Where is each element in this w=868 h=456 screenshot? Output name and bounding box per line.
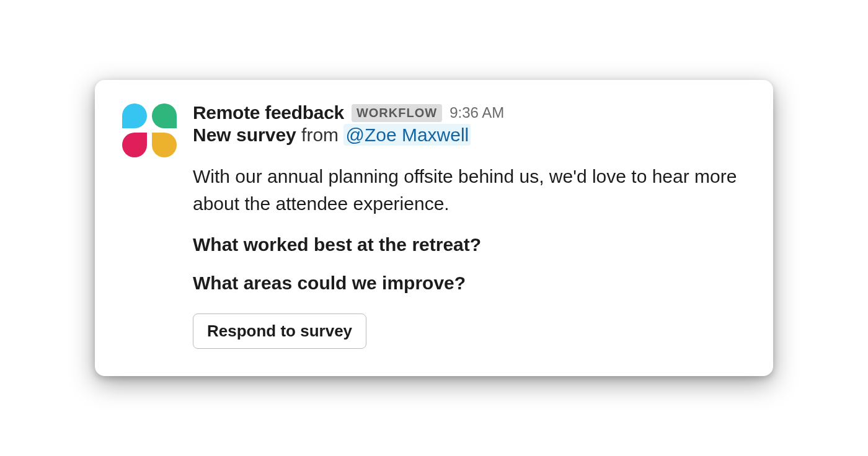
petal-icon <box>122 133 147 157</box>
timestamp[interactable]: 9:36 AM <box>450 104 504 121</box>
petal-icon <box>122 103 147 128</box>
sender-name[interactable]: Remote feedback <box>193 102 344 123</box>
subject-title: New survey <box>193 125 296 145</box>
message-header: Remote feedback WORKFLOW 9:36 AM <box>193 102 746 123</box>
petal-icon <box>152 133 177 157</box>
message-card: Remote feedback WORKFLOW 9:36 AM New sur… <box>95 80 773 376</box>
survey-question: What areas could we improve? <box>193 273 746 294</box>
petal-icon <box>152 103 177 128</box>
user-mention[interactable]: @Zoe Maxwell <box>343 124 471 146</box>
workflow-badge: WORKFLOW <box>352 104 442 122</box>
subject-from-text: from <box>296 125 344 145</box>
message-body: With our annual planning offsite behind … <box>193 163 746 217</box>
survey-question: What worked best at the retreat? <box>193 234 746 255</box>
app-icon <box>122 102 178 158</box>
subject-line: New survey from @Zoe Maxwell <box>193 125 746 146</box>
respond-button[interactable]: Respond to survey <box>193 314 366 349</box>
message-content: Remote feedback WORKFLOW 9:36 AM New sur… <box>193 102 746 349</box>
